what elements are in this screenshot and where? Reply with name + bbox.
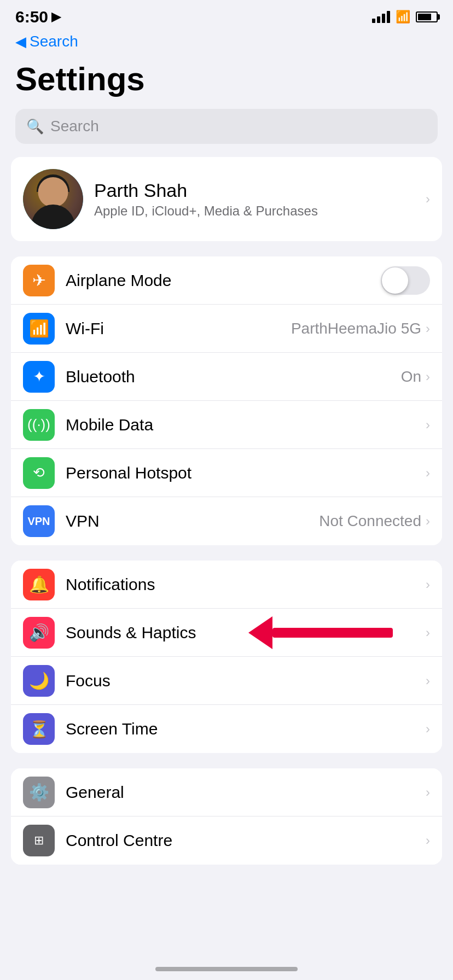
wifi-icon: 📶 (29, 319, 49, 338)
notifications-label: Notifications (66, 575, 426, 594)
notifications-icon-wrap: 🔔 (23, 569, 55, 600)
back-arrow-icon: ◀ (15, 33, 26, 50)
mobile-data-chevron: › (426, 417, 430, 433)
settings-row-personal-hotspot[interactable]: ⟲ Personal Hotspot › (11, 449, 442, 497)
profile-chevron: › (426, 191, 430, 207)
vpn-label: VPN (66, 512, 319, 530)
general-group: ⚙️ General › ⊞ Control Centre › (11, 768, 442, 865)
search-placeholder: Search (50, 118, 99, 135)
general-chevron: › (426, 785, 430, 800)
battery-icon (416, 11, 438, 22)
notifications-icon: 🔔 (29, 575, 49, 594)
avatar (23, 169, 83, 229)
notifications-group: 🔔 Notifications › 🔊 Sounds & Haptics › 🌙… (11, 561, 442, 753)
search-container: 🔍 Search (0, 109, 453, 157)
settings-row-airplane-mode[interactable]: ✈ Airplane Mode (11, 256, 442, 305)
profile-group: Parth Shah Apple ID, iCloud+, Media & Pu… (11, 157, 442, 241)
bluetooth-value: On (401, 368, 421, 386)
home-indicator (155, 967, 298, 971)
wifi-status-icon: 📶 (396, 10, 410, 24)
profile-info: Parth Shah Apple ID, iCloud+, Media & Pu… (94, 180, 415, 219)
airplane-mode-toggle[interactable] (381, 266, 430, 295)
airplane-mode-icon-wrap: ✈ (23, 265, 55, 296)
wifi-icon-wrap: 📶 (23, 313, 55, 345)
profile-name: Parth Shah (94, 180, 415, 201)
focus-label: Focus (66, 672, 426, 690)
settings-row-general[interactable]: ⚙️ General › (11, 768, 442, 816)
red-arrow-annotation (248, 616, 393, 649)
general-icon-wrap: ⚙️ (23, 777, 55, 808)
control-centre-icon-wrap: ⊞ (23, 825, 55, 856)
mobile-data-icon-wrap: ((·)) (23, 409, 55, 441)
bluetooth-chevron: › (426, 369, 430, 384)
bluetooth-icon-wrap: ✦ (23, 361, 55, 393)
control-centre-icon: ⊞ (34, 833, 44, 848)
general-icon: ⚙️ (29, 783, 49, 802)
page-title: Settings (0, 55, 453, 109)
airplane-mode-icon: ✈ (32, 271, 46, 290)
search-bar[interactable]: 🔍 Search (15, 109, 438, 144)
sounds-haptics-chevron: › (426, 625, 430, 640)
control-centre-chevron: › (426, 833, 430, 848)
personal-hotspot-chevron: › (426, 465, 430, 481)
wifi-value: ParthHeemaJio 5G (291, 320, 421, 337)
connectivity-group: ✈ Airplane Mode 📶 Wi-Fi ParthHeemaJio 5G… (11, 256, 442, 545)
profile-subtitle: Apple ID, iCloud+, Media & Purchases (94, 203, 415, 219)
settings-row-wifi[interactable]: 📶 Wi-Fi ParthHeemaJio 5G › (11, 305, 442, 353)
search-icon: 🔍 (26, 118, 44, 135)
status-indicators: 📶 (372, 10, 438, 24)
settings-row-sounds-haptics[interactable]: 🔊 Sounds & Haptics › (11, 609, 442, 657)
mobile-data-icon: ((·)) (27, 416, 50, 433)
personal-hotspot-icon: ⟲ (33, 464, 45, 481)
screen-time-icon: ⏳ (29, 720, 49, 739)
screen-time-chevron: › (426, 721, 430, 737)
status-time: 6:50 ▶ (15, 8, 61, 26)
vpn-icon: VPN (27, 515, 50, 528)
vpn-icon-wrap: VPN (23, 505, 55, 537)
bluetooth-icon: ✦ (33, 368, 45, 386)
screen-time-icon-wrap: ⏳ (23, 713, 55, 745)
airplane-mode-label: Airplane Mode (66, 271, 381, 290)
sounds-haptics-icon-wrap: 🔊 (23, 617, 55, 649)
focus-icon: 🌙 (29, 671, 49, 690)
settings-row-vpn[interactable]: VPN VPN Not Connected › (11, 497, 442, 545)
vpn-chevron: › (426, 514, 430, 529)
personal-hotspot-label: Personal Hotspot (66, 464, 426, 482)
settings-row-control-centre[interactable]: ⊞ Control Centre › (11, 816, 442, 865)
settings-row-focus[interactable]: 🌙 Focus › (11, 657, 442, 705)
mobile-data-label: Mobile Data (66, 416, 426, 434)
bluetooth-label: Bluetooth (66, 368, 401, 386)
focus-icon-wrap: 🌙 (23, 665, 55, 697)
time-display: 6:50 (15, 8, 48, 26)
settings-row-notifications[interactable]: 🔔 Notifications › (11, 561, 442, 609)
screen-time-label: Screen Time (66, 720, 426, 738)
notifications-chevron: › (426, 577, 430, 592)
vpn-value: Not Connected (319, 512, 421, 530)
settings-row-bluetooth[interactable]: ✦ Bluetooth On › (11, 353, 442, 401)
wifi-chevron: › (426, 321, 430, 336)
profile-row[interactable]: Parth Shah Apple ID, iCloud+, Media & Pu… (11, 157, 442, 241)
wifi-label: Wi-Fi (66, 319, 291, 338)
general-label: General (66, 783, 426, 802)
control-centre-label: Control Centre (66, 831, 426, 850)
sounds-haptics-icon: 🔊 (29, 623, 49, 642)
personal-hotspot-icon-wrap: ⟲ (23, 457, 55, 489)
signal-icon (372, 11, 390, 23)
location-icon: ▶ (51, 10, 61, 24)
status-bar: 6:50 ▶ 📶 (0, 0, 453, 31)
settings-row-screen-time[interactable]: ⏳ Screen Time › (11, 705, 442, 753)
settings-row-mobile-data[interactable]: ((·)) Mobile Data › (11, 401, 442, 449)
back-navigation[interactable]: ◀ Search (0, 31, 453, 55)
focus-chevron: › (426, 673, 430, 689)
back-label: Search (30, 33, 78, 50)
